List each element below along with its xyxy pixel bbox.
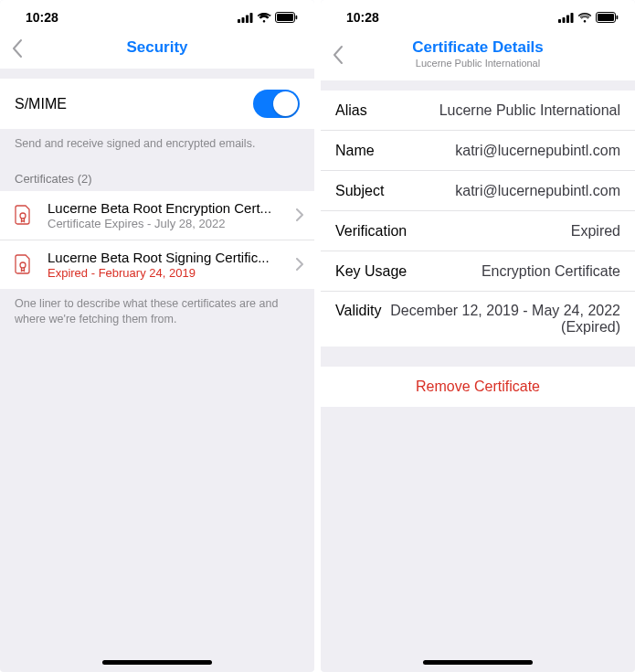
row-label: Name [335, 143, 375, 159]
home-indicator[interactable] [423, 660, 533, 665]
svg-rect-15 [617, 16, 619, 19]
svg-rect-0 [238, 19, 240, 23]
certificates-footer: One liner to describe what these certifi… [0, 289, 314, 335]
detail-row-validity: Validity December 12, 2019 - May 24, 202… [321, 292, 635, 347]
smime-label: S/MIME [15, 96, 67, 112]
svg-rect-5 [277, 14, 293, 21]
certificate-icon [15, 254, 35, 274]
page-title: Certificate Details [333, 38, 622, 57]
detail-row-verification: Verification Expired [321, 211, 635, 251]
certificate-row[interactable]: Lucerne Beta Root Encryption Cert... Cer… [0, 191, 314, 240]
page-title: Security [13, 38, 302, 57]
back-button[interactable] [332, 45, 344, 65]
certificate-row[interactable]: Lucerne Beta Root Signing Certific... Ex… [0, 240, 314, 289]
svg-rect-10 [563, 17, 566, 23]
certificate-subtitle: Expired - February 24, 2019 [48, 266, 291, 280]
row-label: Validity [335, 303, 381, 319]
certificate-icon [15, 205, 35, 225]
status-time: 10:28 [26, 10, 58, 25]
svg-rect-1 [242, 17, 245, 23]
row-value: Encryption Certificate [414, 263, 620, 280]
row-label: Verification [335, 223, 407, 240]
remove-certificate-button[interactable]: Remove Certificate [321, 367, 635, 407]
certificate-details-screen: 10:28 Certificate Details Lucerne Public… [321, 0, 635, 672]
home-indicator[interactable] [102, 660, 212, 665]
chevron-left-icon [11, 38, 23, 59]
battery-icon [275, 12, 298, 23]
row-value: December 12, 2019 - May 24, 2022 (Expire… [388, 303, 620, 336]
detail-row-keyusage: Key Usage Encryption Certificate [321, 251, 635, 292]
row-label: Alias [335, 102, 367, 119]
certificate-title: Lucerne Beta Root Encryption Cert... [48, 200, 291, 216]
page-subtitle: Lucerne Public International [333, 58, 622, 69]
security-screen: 10:28 Security S/MIME Send and receive s… [0, 0, 314, 672]
certificates-header: Certificates (2) [0, 159, 314, 191]
detail-row-name: Name katri@lucernepubintl.com [321, 131, 635, 171]
row-value: katri@lucernepubintl.com [382, 143, 620, 159]
cellular-icon [238, 13, 253, 23]
status-icons [558, 12, 619, 23]
svg-rect-14 [598, 14, 614, 21]
detail-row-alias: Alias Lucerne Public International [321, 91, 635, 131]
cellular-icon [558, 13, 574, 23]
svg-point-7 [20, 213, 26, 219]
detail-row-subject: Subject katri@lucernepubintl.com [321, 171, 635, 211]
svg-point-8 [20, 262, 26, 268]
svg-rect-11 [566, 15, 569, 23]
svg-rect-6 [296, 16, 298, 19]
smime-toggle[interactable] [253, 90, 300, 118]
certificate-title: Lucerne Beta Root Signing Certific... [48, 250, 291, 265]
status-bar: 10:28 [0, 0, 314, 29]
svg-rect-3 [250, 13, 253, 23]
status-bar: 10:28 [321, 0, 635, 29]
battery-icon [596, 12, 619, 23]
wifi-icon [257, 13, 271, 23]
wifi-icon [577, 13, 592, 23]
status-time: 10:28 [346, 10, 379, 25]
chevron-right-icon [296, 258, 303, 271]
nav-bar: Security [0, 29, 314, 69]
row-value: katri@lucernepubintl.com [391, 183, 620, 199]
certificate-subtitle: Certificate Expires - July 28, 2022 [48, 217, 291, 230]
back-button[interactable] [11, 38, 23, 59]
svg-rect-9 [558, 19, 561, 23]
nav-bar: Certificate Details Lucerne Public Inter… [321, 29, 635, 80]
row-label: Subject [335, 183, 384, 199]
row-value: Lucerne Public International [375, 102, 620, 119]
svg-rect-12 [571, 13, 574, 23]
status-icons [238, 12, 298, 23]
svg-rect-2 [246, 15, 249, 23]
chevron-right-icon [296, 208, 303, 221]
row-value: Expired [414, 223, 620, 240]
chevron-left-icon [332, 45, 344, 65]
smime-footer: Send and receive signed and encrypted em… [0, 129, 314, 159]
row-label: Key Usage [335, 263, 407, 280]
smime-row: S/MIME [0, 79, 314, 129]
